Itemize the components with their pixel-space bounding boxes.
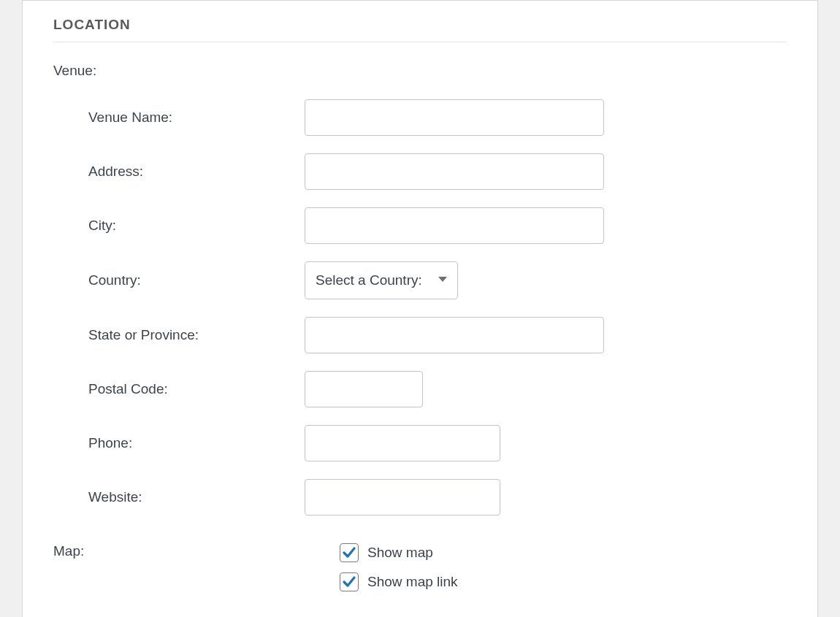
postal-row: Postal Code: bbox=[88, 371, 787, 407]
city-input[interactable] bbox=[305, 207, 604, 244]
check-icon bbox=[342, 545, 356, 560]
phone-row: Phone: bbox=[88, 425, 787, 461]
venue-group-label: Venue: bbox=[53, 63, 787, 79]
venue-fields: Venue Name: Address: City: Country: Sele… bbox=[88, 99, 787, 516]
show-map-checkbox[interactable] bbox=[340, 543, 359, 562]
venue-name-label: Venue Name: bbox=[88, 110, 305, 126]
show-map-option[interactable]: Show map bbox=[340, 543, 458, 562]
postal-code-input[interactable] bbox=[305, 371, 423, 407]
map-label: Map: bbox=[53, 543, 340, 591]
address-input[interactable] bbox=[305, 153, 604, 190]
address-label: Address: bbox=[88, 164, 305, 180]
map-row: Map: Show map Show map link bbox=[53, 543, 787, 591]
website-label: Website: bbox=[88, 489, 305, 505]
location-panel: LOCATION Venue: Venue Name: Address: Cit… bbox=[22, 0, 818, 617]
check-icon bbox=[342, 575, 356, 589]
show-map-label: Show map bbox=[367, 545, 433, 561]
show-map-link-checkbox[interactable] bbox=[340, 572, 359, 591]
phone-input[interactable] bbox=[305, 425, 500, 461]
venue-name-input[interactable] bbox=[305, 99, 604, 136]
phone-label: Phone: bbox=[88, 435, 305, 451]
state-input[interactable] bbox=[305, 317, 604, 353]
show-map-link-option[interactable]: Show map link bbox=[340, 572, 458, 591]
address-row: Address: bbox=[88, 153, 787, 190]
country-selected-value: Select a Country: bbox=[316, 272, 422, 288]
state-label: State or Province: bbox=[88, 327, 305, 343]
website-input[interactable] bbox=[305, 479, 500, 516]
map-options: Show map Show map link bbox=[340, 543, 458, 591]
postal-code-label: Postal Code: bbox=[88, 381, 305, 397]
section-title: LOCATION bbox=[53, 1, 787, 42]
country-select[interactable]: Select a Country: bbox=[305, 261, 458, 299]
venue-name-row: Venue Name: bbox=[88, 99, 787, 136]
city-label: City: bbox=[88, 218, 305, 234]
country-label: Country: bbox=[88, 272, 305, 288]
show-map-link-label: Show map link bbox=[367, 574, 458, 590]
country-row: Country: Select a Country: bbox=[88, 261, 787, 299]
city-row: City: bbox=[88, 207, 787, 244]
website-row: Website: bbox=[88, 479, 787, 516]
state-row: State or Province: bbox=[88, 317, 787, 353]
